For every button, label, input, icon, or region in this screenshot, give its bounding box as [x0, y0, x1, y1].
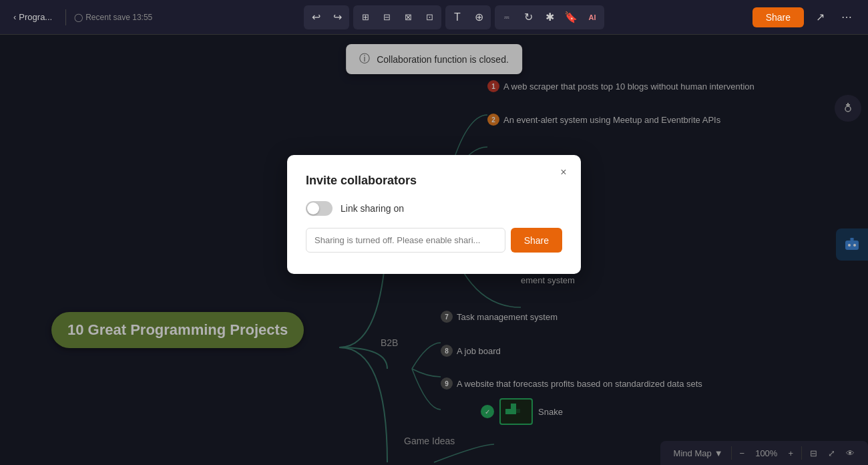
node-tool-1[interactable]: ⊞: [355, 7, 376, 28]
toolbar-left: ‹ Progra... ◯ Recent save 13:55: [0, 9, 174, 25]
ai-tool[interactable]: AI: [582, 7, 603, 28]
node-tool-3[interactable]: ⊠: [397, 7, 419, 28]
node-tool-2[interactable]: ⊟: [376, 7, 397, 28]
share-submit-button[interactable]: Share: [511, 228, 562, 253]
more-button[interactable]: ⋯: [836, 7, 857, 28]
share-link-input[interactable]: [306, 228, 505, 253]
invite-modal: × Invite collaborators Link sharing on S…: [287, 155, 581, 274]
bookmark-tool[interactable]: 🔖: [560, 7, 582, 28]
export-button[interactable]: ↗: [809, 7, 831, 28]
link-sharing-toggle[interactable]: [306, 201, 333, 216]
add-tool[interactable]: ⊕: [468, 7, 489, 28]
tool-group-text: T ⊕: [445, 5, 491, 29]
undo-button[interactable]: ↩: [305, 7, 327, 28]
toolbar-right: Share ↗ ⋯: [734, 7, 868, 28]
toolbar: ‹ Progra... ◯ Recent save 13:55 ↩ ↪ ⊞ ⊟ …: [0, 0, 868, 35]
save-timestamp: Recent save 13:55: [85, 13, 152, 22]
redo-button[interactable]: ↪: [327, 7, 348, 28]
tool-group-extra: ⎓ ↻ ✱ 🔖 AI: [495, 5, 604, 29]
back-button[interactable]: ‹ Progra...: [8, 9, 57, 25]
node-tool-4[interactable]: ⊡: [419, 7, 440, 28]
modal-overlay[interactable]: × Invite collaborators Link sharing on S…: [0, 35, 868, 465]
chevron-left-icon: ‹: [13, 12, 16, 22]
toggle-knob: [307, 202, 319, 214]
rotate-tool[interactable]: ↻: [517, 7, 539, 28]
file-title: Progra...: [19, 12, 52, 22]
clock-icon: ◯: [74, 13, 83, 22]
tool-group-nodes: ⊞ ⊟ ⊠ ⊡: [353, 5, 441, 29]
toolbar-center: ↩ ↪ ⊞ ⊟ ⊠ ⊡ T ⊕ ⎓ ↻ ✱ 🔖 AI: [174, 5, 734, 29]
tool-group-history: ↩ ↪: [304, 5, 349, 29]
shape-tool[interactable]: ⎓: [496, 7, 517, 28]
modal-title: Invite collaborators: [306, 174, 562, 188]
save-info: ◯ Recent save 13:55: [74, 13, 152, 22]
share-input-row: Share: [306, 228, 562, 253]
toggle-row: Link sharing on: [306, 201, 562, 216]
toggle-label: Link sharing on: [341, 203, 404, 214]
share-button[interactable]: Share: [752, 7, 804, 27]
toolbar-separator: [65, 9, 66, 25]
modal-close-button[interactable]: ×: [556, 164, 572, 180]
text-tool[interactable]: T: [447, 7, 468, 28]
star-tool[interactable]: ✱: [539, 7, 560, 28]
